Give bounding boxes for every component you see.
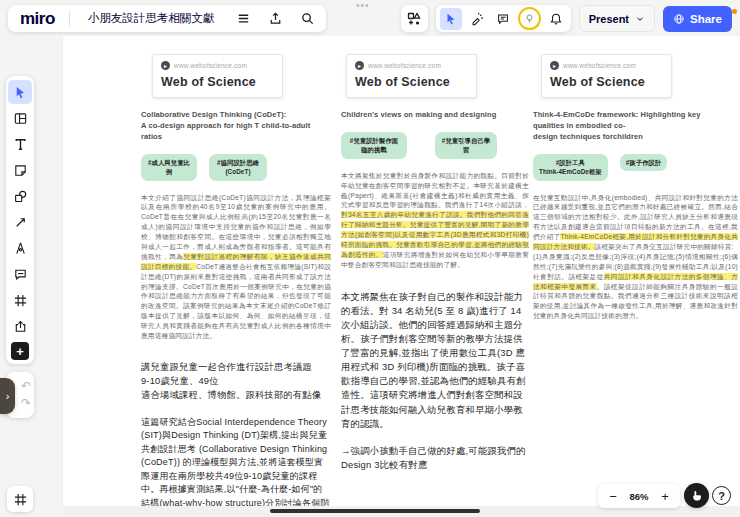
tag-pill[interactable]: #兒童引導自己學習 <box>435 132 497 159</box>
reactions-icon[interactable] <box>466 8 488 30</box>
card-url: www.webofscience.com <box>368 62 441 69</box>
card-site-title: Web of Science <box>355 75 468 89</box>
collaboration-panel: ⚡ <box>436 5 571 32</box>
web-link-card[interactable]: ▸ www.webofscience.com Web of Science <box>152 54 283 98</box>
notification-dot <box>732 9 737 14</box>
tag-pill[interactable]: #協同設計思維(CoDeT) <box>209 154 267 181</box>
abstract-text[interactable]: 本文介紹了協同設計思維(CoDeT)協同設計方法，其理論框架以及在兩所學校的40… <box>141 193 331 341</box>
board-header-panel: miro 小朋友設計思考相關文獻 <box>8 5 326 32</box>
note-text[interactable]: →強調小孩動手自己做的好處,可能跟我們的Design 3比較有對應 <box>341 444 529 472</box>
chevron-down-icon <box>635 14 645 24</box>
cursor-tool-icon[interactable] <box>440 8 462 30</box>
bolt-icon: ⚡ <box>534 21 540 31</box>
board-title[interactable]: 小朋友設計思考相關文獻 <box>80 11 223 26</box>
text-tool[interactable] <box>8 132 32 156</box>
shapes-tool[interactable] <box>8 184 32 208</box>
toolbar-drag-handle[interactable]: ••• <box>356 0 370 11</box>
tag-pill[interactable]: #兒童設計製作面臨的挑戰 <box>341 132 407 159</box>
tag-pill[interactable]: #成人與兒童比例 <box>141 154 197 181</box>
abstract-text[interactable]: 本文將聚焦於兒童對於自身製作和設計能力的觀點。目前對於年幼兒童在創客空間學習的研… <box>341 171 529 270</box>
wos-favicon-icon: ▸ <box>550 61 559 70</box>
paper-column-emcode: ▸ www.webofscience.com Web of Science Th… <box>533 54 738 321</box>
globe-icon <box>673 13 685 25</box>
hand-pointer-icon <box>690 489 703 502</box>
frames-panel-button[interactable] <box>7 486 33 512</box>
share-button[interactable]: Share <box>663 6 732 32</box>
card-url: www.webofscience.com <box>174 62 247 69</box>
help-button[interactable]: ? <box>712 486 731 505</box>
more-tools-button[interactable]: + <box>11 342 29 360</box>
zoom-out-button[interactable]: − <box>604 487 622 505</box>
paper-title[interactable]: Children's views on making and designing <box>341 110 529 121</box>
connector-tool[interactable] <box>8 210 32 234</box>
main-menu-icon[interactable] <box>232 8 254 30</box>
upload-tool[interactable] <box>8 314 32 338</box>
apps-button[interactable] <box>401 5 428 32</box>
redo-icon[interactable]: ↷ <box>21 395 31 412</box>
search-icon[interactable] <box>296 8 318 30</box>
paper-title[interactable]: Think-4-EmCoDe framework: Highlighting k… <box>533 110 738 143</box>
wos-favicon-icon: ▸ <box>355 61 364 70</box>
tag-pill[interactable]: #設計工具 Think-4EmCoDe框架 <box>533 154 608 181</box>
web-link-card[interactable]: ▸ www.webofscience.com Web of Science <box>346 54 477 98</box>
share-label: Share <box>690 13 722 25</box>
templates-tool[interactable] <box>8 106 32 130</box>
card-site-title: Web of Science <box>161 75 274 89</box>
horizontal-scrollbar-thumb[interactable] <box>270 509 480 513</box>
card-url: www.webofscience.com <box>563 62 636 69</box>
note-text[interactable]: 這篇研究結合Social Interdependence Theory (SIT… <box>141 416 331 517</box>
pen-tool[interactable] <box>8 236 32 260</box>
abstract-text[interactable]: 在兒童互動設計中,具身化(embodied)、共同設計和針對兒童的方法已經越來越… <box>533 193 738 322</box>
paper-title[interactable]: Collaborative Design Thinking (CoDeT): A… <box>141 110 331 143</box>
wos-favicon-icon: ▸ <box>161 61 170 70</box>
note-text[interactable]: 本文將聚焦在孩子對自己的製作和設計能力的看法。對 34 名幼兒(5 至 8 歲)… <box>341 290 529 431</box>
note-text[interactable]: 講兒童跟兒童一起合作進行設計思考議題 9-10歲兒童、49位 適合場域課程、博物… <box>141 361 331 403</box>
zoom-level[interactable]: 86% <box>626 491 652 502</box>
card-site-title: Web of Science <box>550 75 663 89</box>
sticky-note-tool[interactable] <box>8 158 32 182</box>
creation-toolbar: + <box>6 76 34 364</box>
paper-column-childrens-views: ▸ www.webofscience.com Web of Science Ch… <box>341 54 529 472</box>
pointer-mode-button[interactable] <box>684 483 709 508</box>
notifications-bell-icon[interactable] <box>545 8 567 30</box>
facilitation-bulb-icon[interactable]: ⚡ <box>518 7 541 30</box>
divider <box>69 11 70 26</box>
zoom-controls: − 86% + <box>598 484 680 508</box>
comments-icon[interactable] <box>492 8 514 30</box>
sidebar-expand-tab[interactable]: › <box>0 378 15 414</box>
web-link-card[interactable]: ▸ www.webofscience.com Web of Science <box>541 54 672 98</box>
present-label: Present <box>589 13 629 25</box>
zoom-in-button[interactable]: + <box>656 487 674 505</box>
miro-logo[interactable]: miro <box>16 9 59 29</box>
comment-tool[interactable] <box>8 262 32 286</box>
paper-column-codet: ▸ www.webofscience.com Web of Science Co… <box>141 54 331 517</box>
frame-tool[interactable] <box>8 288 32 312</box>
undo-icon[interactable]: ↶ <box>21 378 31 395</box>
select-tool[interactable] <box>8 80 32 104</box>
tag-pill[interactable]: #孩子作設計 <box>620 154 668 171</box>
export-icon[interactable] <box>264 8 286 30</box>
present-dropdown[interactable]: Present <box>579 5 655 32</box>
